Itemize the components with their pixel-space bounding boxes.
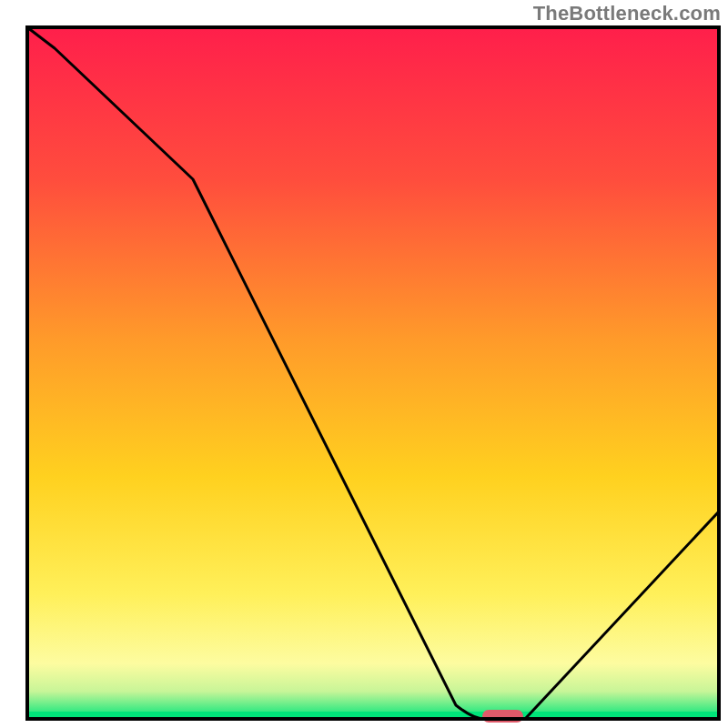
chart-svg — [0, 0, 728, 728]
watermark-text: TheBottleneck.com — [533, 2, 721, 25]
bottleneck-chart: TheBottleneck.com — [0, 0, 728, 728]
gradient-background — [27, 27, 719, 719]
